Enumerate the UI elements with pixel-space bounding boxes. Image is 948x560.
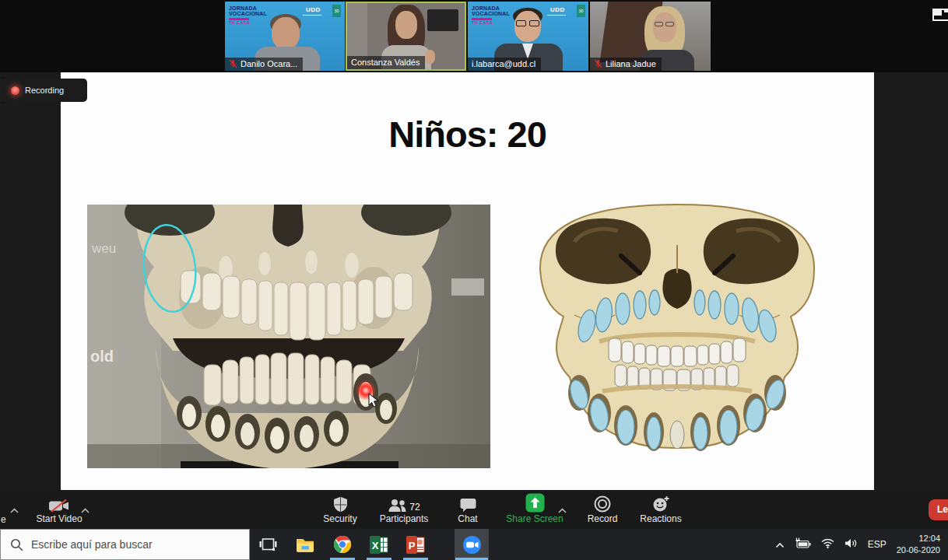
zoom-meeting-window: JORNADA VOCACIONAL TU CASA UDD 30 Danilo… bbox=[0, 0, 948, 560]
recording-indicator: Recording bbox=[0, 79, 87, 102]
clock-time: 12:04 bbox=[897, 533, 940, 544]
view-layout-button[interactable] bbox=[932, 9, 948, 22]
video-tile-liliana[interactable]: Liliana Jadue bbox=[590, 2, 711, 71]
mic-muted-icon bbox=[594, 59, 602, 68]
video-tile-danilo[interactable]: JORNADA VOCACIONAL TU CASA UDD 30 Danilo… bbox=[225, 2, 345, 71]
udd-30-badge: 30 bbox=[332, 5, 341, 17]
record-icon bbox=[594, 495, 611, 513]
participant-name: Danilo Ocara... bbox=[241, 59, 297, 68]
mic-muted-icon bbox=[229, 59, 237, 68]
participants-icon bbox=[388, 499, 407, 513]
video-off-icon bbox=[48, 499, 70, 513]
glasses-icon bbox=[655, 22, 663, 26]
child-skull-photo: weu old bbox=[87, 205, 490, 468]
reactions-button[interactable]: Reactions bbox=[623, 490, 698, 524]
svg-text:P: P bbox=[409, 539, 416, 551]
recording-dot-icon bbox=[11, 86, 19, 95]
hand bbox=[425, 50, 435, 64]
mute-button-label-fragment[interactable]: e bbox=[1, 514, 6, 525]
photo-bg-text: weu bbox=[91, 241, 116, 256]
leave-button[interactable]: Lea bbox=[929, 499, 948, 520]
wifi-icon bbox=[821, 538, 834, 548]
participant-name: Constanza Valdés bbox=[351, 58, 420, 67]
system-tray: ESP 12:04 20-06-2020 bbox=[775, 529, 948, 560]
file-explorer-button[interactable] bbox=[288, 529, 322, 560]
photo-bg-text: old bbox=[90, 348, 114, 365]
jornada-branding: JORNADA VOCACIONAL TU CASA bbox=[229, 5, 267, 25]
chrome-button[interactable] bbox=[325, 529, 360, 560]
taskbar-search[interactable] bbox=[0, 529, 250, 560]
file-explorer-icon bbox=[296, 537, 314, 552]
task-view-button[interactable] bbox=[251, 529, 285, 560]
battery-status[interactable] bbox=[795, 537, 811, 551]
language-indicator[interactable]: ESP bbox=[868, 539, 887, 550]
shield-icon bbox=[333, 496, 348, 513]
excel-icon: X bbox=[370, 536, 388, 554]
powerpoint-button[interactable]: P bbox=[399, 529, 433, 560]
powerpoint-icon: P bbox=[406, 536, 425, 554]
child-skull-illustration bbox=[528, 198, 827, 457]
zoom-app-icon bbox=[462, 535, 482, 555]
video-tile-ilabarca[interactable]: JORNADA VOCACIONAL TU CASA UDD 30 i.laba… bbox=[468, 2, 588, 71]
chat-button[interactable]: Chat bbox=[430, 490, 505, 524]
svg-text:X: X bbox=[372, 539, 379, 551]
tv-on-wall bbox=[427, 9, 458, 31]
view-layout-icon bbox=[932, 9, 948, 22]
glasses-icon bbox=[516, 20, 526, 26]
meeting-stage: Niños: 20 weu old bbox=[0, 72, 948, 490]
share-screen-icon bbox=[525, 493, 545, 513]
recording-label: Recording bbox=[25, 86, 64, 95]
excel-button[interactable]: X bbox=[362, 529, 396, 560]
network-status[interactable] bbox=[821, 537, 834, 551]
zoom-app-button[interactable] bbox=[455, 529, 489, 560]
search-input[interactable] bbox=[31, 538, 233, 551]
participant-name: Liliana Jadue bbox=[606, 59, 656, 68]
volume-status[interactable] bbox=[844, 537, 858, 551]
participant-name: i.labarca@udd.cl bbox=[472, 59, 535, 68]
search-icon bbox=[10, 538, 23, 551]
tray-chevron-icon bbox=[775, 542, 785, 548]
participants-count: 72 bbox=[409, 502, 420, 513]
shared-screen-slide: Niños: 20 weu old bbox=[61, 72, 874, 490]
jornada-branding: JORNADA VOCACIONAL TU CASA bbox=[472, 5, 510, 25]
volume-icon bbox=[844, 538, 858, 548]
udd-logo: UDD bbox=[550, 6, 565, 13]
chevron-up-icon[interactable] bbox=[10, 502, 19, 516]
participant-name-bar: Danilo Ocara... bbox=[225, 58, 303, 71]
video-tile-constanza[interactable]: Constanza Valdés bbox=[346, 2, 466, 71]
participant-name-bar: Liliana Jadue bbox=[590, 58, 662, 71]
task-view-icon bbox=[259, 537, 277, 551]
chat-icon bbox=[460, 498, 476, 513]
udd-logo: UDD bbox=[306, 6, 321, 13]
zoom-toolbar: e Start Video bbox=[0, 490, 948, 529]
battery-icon bbox=[795, 537, 811, 548]
chrome-icon bbox=[333, 535, 352, 554]
video-strip: JORNADA VOCACIONAL TU CASA UDD 30 Danilo… bbox=[0, 0, 948, 72]
windows-taskbar: X P bbox=[0, 529, 948, 560]
clock-date: 20-06-2020 bbox=[897, 544, 940, 556]
reactions-icon bbox=[652, 495, 670, 513]
participant-name-bar: Constanza Valdés bbox=[347, 56, 425, 69]
participant-name-bar: i.labarca@udd.cl bbox=[468, 58, 541, 71]
udd-30-badge: 30 bbox=[577, 5, 585, 17]
taskbar-clock[interactable]: 12:04 20-06-2020 bbox=[897, 533, 940, 556]
chevron-up-icon[interactable] bbox=[81, 502, 90, 516]
slide-title: Niños: 20 bbox=[61, 113, 874, 156]
tray-hidden-icons-button[interactable] bbox=[775, 537, 785, 551]
